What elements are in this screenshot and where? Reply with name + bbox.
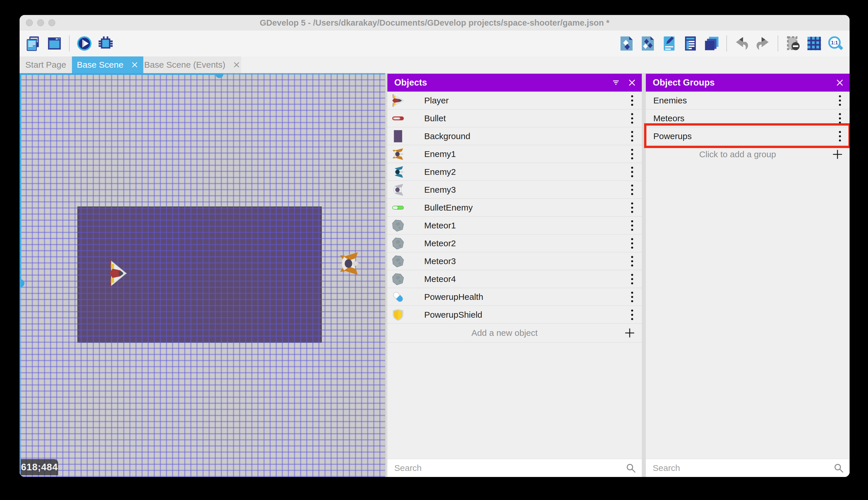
open-instances-list-icon[interactable] xyxy=(682,35,699,52)
three-dots-menu-icon[interactable] xyxy=(626,288,638,306)
object-name: Enemy2 xyxy=(424,167,626,177)
window-mask-icon[interactable] xyxy=(785,35,801,52)
tab-base-scene-events[interactable]: Base Scene (Events) xyxy=(143,56,241,73)
open-object-groups-panel-icon[interactable] xyxy=(640,35,656,52)
three-dots-menu-icon[interactable] xyxy=(626,110,638,127)
search-icon[interactable] xyxy=(624,462,637,474)
object-row-enemy2[interactable]: Enemy2 xyxy=(387,163,642,181)
zoom-original-icon[interactable]: 1:1 xyxy=(827,35,844,52)
tab-label: Base Scene (Events) xyxy=(144,60,225,70)
object-name: Meteor4 xyxy=(424,274,626,284)
group-name: Enemies xyxy=(653,95,833,105)
setup-grid-icon[interactable] xyxy=(806,35,822,52)
object-row-meteor3[interactable]: Meteor3 xyxy=(387,252,642,270)
enemy-gray-icon xyxy=(391,183,404,196)
three-dots-menu-icon[interactable] xyxy=(626,163,638,181)
bullet-green-icon xyxy=(391,201,404,214)
tab-start-page[interactable]: Start Page xyxy=(20,56,72,73)
group-row-enemies[interactable]: Enemies xyxy=(646,92,849,110)
tab-base-scene[interactable]: Base Scene xyxy=(72,56,143,73)
add-group-row[interactable]: Click to add a group xyxy=(646,145,849,163)
enemy-teal-icon xyxy=(391,165,404,179)
open-scene-icon[interactable] xyxy=(46,35,63,52)
add-object-label: Add a new object xyxy=(387,328,622,338)
tab-strip: Start PageBase SceneBase Scene (Events) xyxy=(20,56,849,73)
horizontal-scrollbar-thumb[interactable] xyxy=(20,73,219,75)
health-pill-icon xyxy=(391,290,404,304)
object-groups-panel-title: Object Groups xyxy=(653,78,832,88)
debugger-icon[interactable] xyxy=(97,35,114,52)
object-row-poweruphealth[interactable]: PowerupHealth xyxy=(387,288,642,306)
object-name: Meteor2 xyxy=(424,238,626,248)
tab-label: Start Page xyxy=(25,60,66,70)
toolbar-separator xyxy=(726,35,727,52)
three-dots-menu-icon[interactable] xyxy=(626,92,638,110)
cursor-coordinates: 618;484 xyxy=(21,459,58,475)
horizontal-scrollbar-knob[interactable] xyxy=(215,73,223,78)
objects-search-input[interactable] xyxy=(394,463,624,473)
toolbar-right-group: 1:1 xyxy=(618,31,844,56)
vertical-scrollbar-knob[interactable] xyxy=(20,280,24,287)
three-dots-menu-icon[interactable] xyxy=(833,110,846,127)
object-name: Background xyxy=(424,131,626,141)
window-title: GDevelop 5 - /Users/dkarakay/Documents/G… xyxy=(20,15,849,31)
three-dots-menu-icon[interactable] xyxy=(833,127,846,145)
three-dots-menu-icon[interactable] xyxy=(626,270,638,288)
scene-editor-canvas[interactable]: 618;484 xyxy=(20,73,385,477)
plus-icon[interactable] xyxy=(622,325,638,341)
meteor-icon xyxy=(391,237,404,250)
title-bar: GDevelop 5 - /Users/dkarakay/Documents/G… xyxy=(20,15,849,31)
object-groups-panel-header: Object Groups xyxy=(646,74,849,92)
objects-panel-header: Objects xyxy=(387,74,642,92)
open-objects-panel-icon[interactable] xyxy=(618,35,635,52)
object-row-bullet[interactable]: Bullet xyxy=(387,110,642,127)
object-row-powerupshield[interactable]: PowerupShield xyxy=(387,306,642,324)
bullet-red-icon xyxy=(391,112,404,125)
three-dots-menu-icon[interactable] xyxy=(626,217,638,235)
object-row-player[interactable]: Player xyxy=(387,92,642,110)
object-name: BulletEnemy xyxy=(424,203,626,213)
tab-close-icon[interactable] xyxy=(131,61,138,69)
groups-search-input[interactable] xyxy=(652,463,832,473)
tab-close-icon[interactable] xyxy=(233,61,240,69)
objects-search-bar xyxy=(387,459,642,477)
group-row-meteors[interactable]: Meteors xyxy=(646,110,849,127)
object-row-meteor1[interactable]: Meteor1 xyxy=(387,217,642,235)
object-row-meteor2[interactable]: Meteor2 xyxy=(387,235,642,252)
plus-icon[interactable] xyxy=(830,146,846,162)
filter-icon[interactable] xyxy=(608,75,624,91)
close-panel-icon[interactable] xyxy=(832,75,848,91)
object-row-enemy1[interactable]: Enemy1 xyxy=(387,145,642,163)
three-dots-menu-icon[interactable] xyxy=(626,127,638,145)
three-dots-menu-icon[interactable] xyxy=(626,235,638,252)
vertical-scrollbar-thumb[interactable] xyxy=(20,73,21,287)
open-properties-panel-icon[interactable] xyxy=(661,35,678,52)
content-area: 618;484 Objects PlayerBulletBackgroundEn… xyxy=(20,73,849,477)
toolbar-separator xyxy=(778,35,778,52)
three-dots-menu-icon[interactable] xyxy=(626,181,638,199)
three-dots-menu-icon[interactable] xyxy=(626,145,638,163)
enemy1-instance[interactable] xyxy=(338,251,361,276)
object-row-background[interactable]: Background xyxy=(387,127,642,145)
three-dots-menu-icon[interactable] xyxy=(626,306,638,324)
object-row-bulletenemy[interactable]: BulletEnemy xyxy=(387,199,642,217)
play-preview-icon[interactable] xyxy=(76,35,93,52)
undo-icon[interactable] xyxy=(733,35,750,52)
close-panel-icon[interactable] xyxy=(624,75,640,91)
group-row-powerups[interactable]: Powerups xyxy=(646,127,849,145)
add-group-label: Click to add a group xyxy=(646,149,830,159)
add-object-row[interactable]: Add a new object xyxy=(387,324,642,342)
project-manager-icon[interactable] xyxy=(25,35,42,52)
three-dots-menu-icon[interactable] xyxy=(833,92,846,110)
svg-text:1:1: 1:1 xyxy=(831,40,838,46)
player-instance[interactable] xyxy=(108,259,128,287)
redo-icon[interactable] xyxy=(754,35,771,52)
meteor-icon xyxy=(391,272,404,286)
three-dots-menu-icon[interactable] xyxy=(626,252,638,270)
three-dots-menu-icon[interactable] xyxy=(626,199,638,217)
search-icon[interactable] xyxy=(832,462,845,474)
object-row-enemy3[interactable]: Enemy3 xyxy=(387,181,642,199)
open-layers-panel-icon[interactable] xyxy=(703,35,720,52)
object-name: Meteor3 xyxy=(424,256,626,266)
object-row-meteor4[interactable]: Meteor4 xyxy=(387,270,642,288)
